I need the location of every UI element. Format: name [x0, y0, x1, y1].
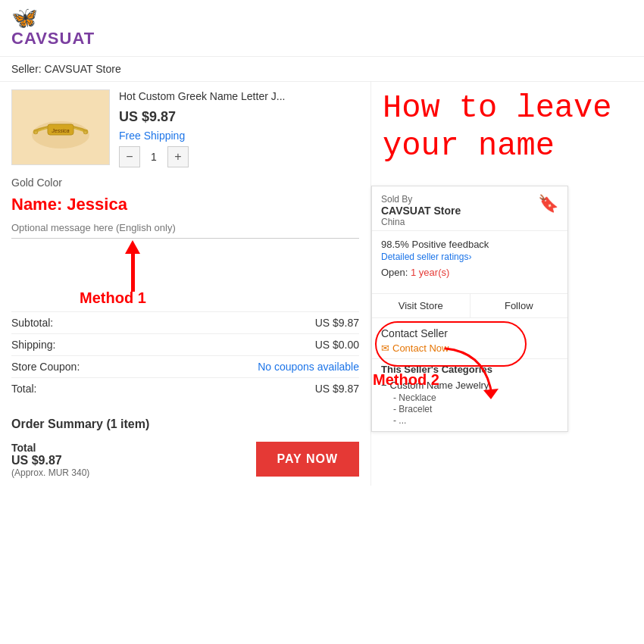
mail-icon: ✉ — [381, 342, 389, 354]
total-label: Total: — [11, 383, 36, 395]
coupon-label: Store Coupon: — [11, 361, 80, 373]
method1-text: Method 1 — [80, 289, 146, 306]
subtotal-value: US $9.87 — [315, 317, 359, 329]
method2-arrow-svg — [438, 345, 506, 405]
qty-controls: − 1 + — [119, 146, 359, 167]
shipping-label: Shipping: — [11, 339, 55, 351]
open-label: Open: — [381, 267, 411, 278]
feedback-row: 98.5% Positive feedback — [381, 239, 558, 250]
shipping-row: Shipping: US $0.00 — [11, 333, 359, 355]
order-summary: Order Summary (1 item) Total US $9.87 (A… — [11, 410, 359, 478]
seller-info: Seller: CAVSUAT Store — [0, 57, 644, 82]
seller-label: Seller: — [11, 63, 42, 75]
total-approx: (Approx. MUR 340) — [11, 467, 89, 478]
subtotal-row: Subtotal: US $9.87 — [11, 311, 359, 333]
how-to-line2: your name — [383, 127, 633, 165]
how-to-title: How to leave your name — [383, 89, 633, 166]
open-row: Open: 1 year(s) — [381, 267, 558, 278]
summary-total-row: Total US $9.87 (Approx. MUR 340) PAY NOW — [11, 442, 359, 478]
message-input[interactable] — [11, 217, 359, 239]
free-shipping: Free Shipping — [119, 130, 359, 142]
subtotal-label: Subtotal: — [11, 317, 53, 329]
bookmark-icon: 🔖 — [538, 194, 558, 214]
follow-button[interactable]: Follow — [470, 294, 568, 317]
rating-label[interactable]: Detailed seller ratings› — [381, 252, 558, 262]
order-summary-title: Order Summary (1 item) — [11, 417, 359, 431]
method1-arrow — [125, 240, 140, 292]
coupon-link[interactable]: No coupons available — [258, 361, 359, 373]
coupon-row: Store Coupon: No coupons available — [11, 355, 359, 377]
color-label: Gold Color — [11, 177, 359, 189]
total-value: US $9.87 — [315, 383, 359, 395]
qty-plus-button[interactable]: + — [167, 146, 189, 167]
seller-card-header: Sold By CAVSUAT Store China 🔖 — [372, 186, 567, 230]
sold-by-label: Sold By — [381, 194, 461, 205]
seller-card-body: 98.5% Positive feedback Detailed seller … — [372, 230, 567, 289]
qty-minus-button[interactable]: − — [119, 146, 140, 167]
total-label: Total — [11, 442, 89, 454]
method1-label: Method 1 — [80, 289, 146, 307]
total-row: Total: US $9.87 — [11, 377, 359, 399]
left-panel: Jessica Hot Custom Greek Name Letter J..… — [0, 82, 371, 486]
summary-total-left: Total US $9.87 (Approx. MUR 340) — [11, 442, 89, 478]
product-title: Hot Custom Greek Name Letter J... — [119, 89, 359, 105]
total-price: US $9.87 — [11, 454, 89, 467]
method2-area: Method 2 — [373, 371, 439, 389]
logo-text: CAVSUAT — [11, 29, 95, 48]
product-details: Hot Custom Greek Name Letter J... US $9.… — [119, 89, 359, 167]
arrow-shaft — [131, 254, 135, 292]
category-sub-more: - ... — [381, 415, 558, 426]
pay-now-button[interactable]: PAY NOW — [256, 442, 360, 477]
store-country: China — [381, 217, 461, 227]
contact-seller-title: Contact Seller — [381, 327, 558, 339]
arrow-head-up — [125, 240, 140, 254]
svg-marker-6 — [483, 389, 499, 399]
store-name-card: CAVSUAT Store — [381, 205, 461, 217]
how-to-line1: How to leave — [383, 89, 633, 127]
qty-value: 1 — [146, 151, 161, 163]
product-image: Jessica — [11, 89, 110, 165]
visit-store-button[interactable]: Visit Store — [372, 294, 470, 317]
logo-icon: 🦋 — [11, 8, 38, 29]
header: 🦋 CAVSUAT — [0, 0, 644, 57]
product-row: Jessica Hot Custom Greek Name Letter J..… — [11, 89, 359, 167]
sold-by-info: Sold By CAVSUAT Store China — [381, 194, 461, 227]
shipping-value: US $0.00 — [315, 339, 359, 351]
name-annotation: Name: Jessica — [11, 195, 359, 214]
method2-label: Method 2 — [373, 371, 439, 388]
open-years: 1 year(s) — [411, 267, 449, 278]
category-sub-bracelet[interactable]: - Bracelet — [381, 404, 558, 414]
product-price: US $9.87 — [119, 109, 359, 125]
logo-area: 🦋 CAVSUAT — [11, 8, 95, 48]
seller-name: CAVSUAT Store — [45, 63, 121, 75]
seller-action-row: Visit Store Follow — [372, 293, 567, 318]
svg-text:Jessica: Jessica — [51, 128, 69, 133]
